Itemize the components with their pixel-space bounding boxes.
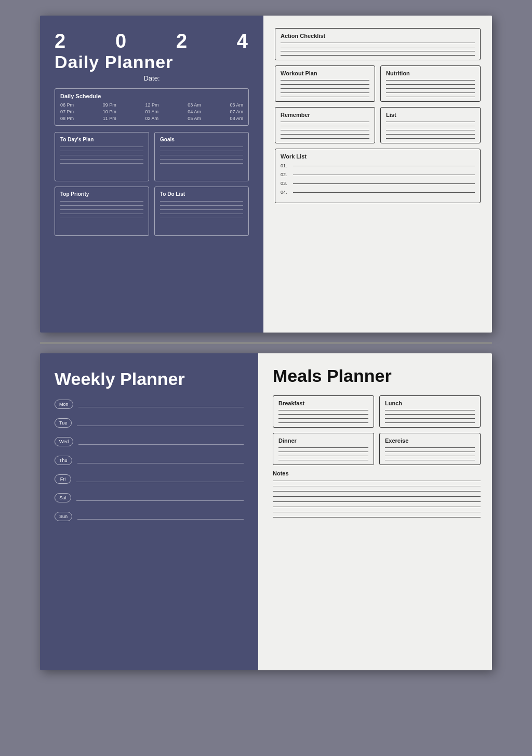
- time-2-2: 10 Pm: [103, 109, 116, 114]
- top-priority-title: Top Priority: [60, 191, 143, 197]
- day-row-wed: Wed: [55, 437, 244, 446]
- time-1-1: 06 Pm: [60, 102, 74, 108]
- action-checklist-lines: [281, 43, 475, 56]
- day-row-fri: Fri: [55, 474, 244, 484]
- work-line-2: [293, 175, 475, 175]
- remember-list-row: Remember List: [275, 107, 481, 143]
- line: [60, 159, 143, 160]
- remember-title: Remember: [281, 112, 369, 118]
- nutrition-col: Nutrition: [380, 65, 481, 102]
- line: [386, 138, 475, 139]
- today-plan-lines: [60, 147, 143, 164]
- line: [281, 134, 369, 135]
- action-checklist-title: Action Checklist: [281, 33, 475, 39]
- todo-lines: [160, 201, 243, 218]
- schedule-title: Daily Schedule: [60, 93, 243, 99]
- workout-plan-box: Workout Plan: [275, 65, 375, 102]
- line: [385, 410, 475, 410]
- line: [278, 410, 368, 410]
- line: [281, 122, 369, 122]
- line: [281, 80, 369, 81]
- day-badge-sat: Sat: [55, 493, 71, 502]
- notes-lines: [273, 481, 481, 518]
- work-item-3: 03.: [281, 181, 475, 186]
- work-item-4: 04.: [281, 190, 475, 195]
- line: [386, 122, 475, 122]
- note-line: [273, 512, 481, 512]
- note-line: [273, 481, 481, 481]
- line: [278, 414, 368, 415]
- today-plan-title: To Day's Plan: [60, 137, 143, 142]
- year-digit-3: 2: [176, 31, 188, 51]
- line: [386, 88, 475, 89]
- time-3-1: 12 Pm: [145, 102, 158, 108]
- list-col: List: [380, 107, 481, 143]
- work-item-1: 01.: [281, 163, 475, 168]
- remember-box: Remember: [275, 107, 375, 143]
- goals-title: Goals: [160, 137, 243, 142]
- line: [386, 126, 475, 126]
- dinner-col: Dinner: [273, 433, 374, 465]
- todo-list-title: To Do List: [160, 191, 243, 197]
- breakfast-box: Breakfast: [273, 395, 374, 428]
- work-item-2: 02.: [281, 172, 475, 177]
- breakfast-lines: [278, 410, 368, 423]
- goals-lines: [160, 147, 243, 164]
- notes-section: Notes: [273, 470, 481, 518]
- line: [281, 47, 475, 47]
- time-4-2: 04 Am: [188, 109, 201, 114]
- work-list-box: Work List 01. 02. 03. 04.: [275, 149, 481, 203]
- line: [278, 418, 368, 419]
- goals-box: Goals: [154, 132, 249, 181]
- line: [160, 151, 243, 151]
- line: [386, 97, 475, 97]
- breakfast-lunch-row: Breakfast Lunch: [273, 395, 481, 428]
- exercise-box: Exercise: [379, 433, 481, 465]
- daily-planner-left-page: 2 0 2 4 Daily Planner Date: Daily Schedu…: [40, 16, 263, 333]
- dinner-title: Dinner: [278, 437, 368, 444]
- weekly-planner-title: Weekly Planner: [55, 369, 244, 389]
- line: [281, 138, 369, 139]
- line: [160, 147, 243, 147]
- work-line-3: [293, 183, 475, 184]
- day-row-sat: Sat: [55, 493, 244, 502]
- workout-nutrition-row: Workout Plan Nutrition: [275, 65, 481, 102]
- work-num-2: 02.: [281, 172, 290, 177]
- date-label: Date:: [55, 74, 249, 82]
- line: [281, 88, 369, 89]
- list-lines: [386, 122, 475, 139]
- line: [60, 205, 143, 206]
- time-col-1: 06 Pm 07 Pm 08 Pm: [60, 102, 74, 121]
- nutrition-title: Nutrition: [386, 70, 475, 76]
- line: [385, 418, 475, 419]
- line: [281, 55, 475, 56]
- note-line: [273, 507, 481, 507]
- day-line-sun: [77, 519, 244, 520]
- line: [160, 201, 243, 202]
- lunch-col: Lunch: [379, 395, 481, 428]
- work-line-1: [293, 166, 475, 166]
- line: [385, 456, 475, 456]
- daily-schedule-box: Daily Schedule 06 Pm 07 Pm 08 Pm 09 Pm 1…: [55, 88, 249, 126]
- dinner-box: Dinner: [273, 433, 374, 465]
- top-priority-box: Top Priority: [55, 187, 149, 236]
- lunch-lines: [385, 410, 475, 423]
- day-line-fri: [76, 482, 244, 482]
- weekly-meals-spread: Weekly Planner Mon Tue Wed Thu Fri Sat S…: [40, 353, 492, 670]
- line: [386, 84, 475, 85]
- line: [60, 163, 143, 164]
- meals-planner-right-page: Meals Planner Breakfast Lunch: [258, 353, 492, 670]
- action-checklist-box: Action Checklist: [275, 28, 481, 60]
- line: [160, 218, 243, 218]
- line: [160, 155, 243, 155]
- day-badge-thu: Thu: [55, 456, 72, 465]
- breakfast-title: Breakfast: [278, 400, 368, 406]
- line: [160, 159, 243, 160]
- line: [60, 218, 143, 218]
- day-line-thu: [77, 463, 244, 463]
- time-col-3: 12 Pm 01 Am 02 Am: [145, 102, 158, 121]
- time-2-1: 09 Pm: [103, 102, 116, 108]
- exercise-col: Exercise: [379, 433, 481, 465]
- time-col-5: 06 Am 07 Am 08 Am: [230, 102, 243, 121]
- exercise-lines: [385, 447, 475, 460]
